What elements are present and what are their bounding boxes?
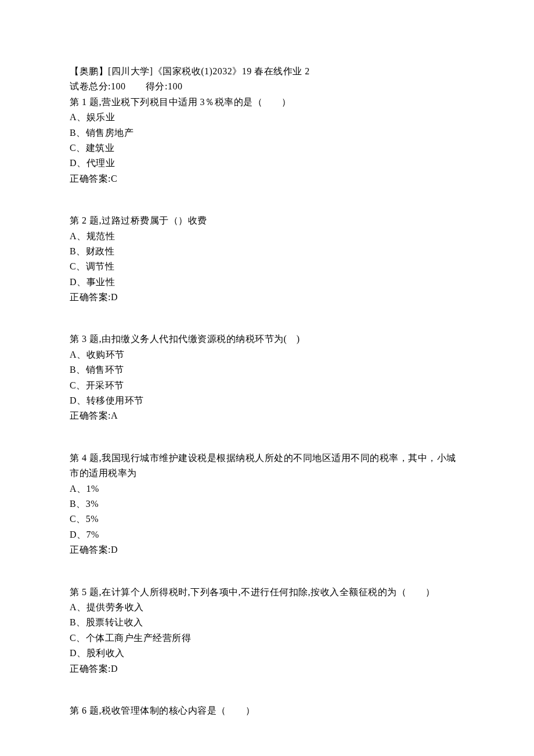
correct-answer: 正确答案:C (70, 171, 464, 186)
score-line: 试卷总分:100 得分:100 (70, 79, 464, 94)
option-b: B、财政性 (70, 244, 464, 259)
correct-answer: 正确答案:A (70, 408, 464, 423)
question-block: 第 2 题,过路过桥费属于（）收费 A、规范性 B、财政性 C、调节性 D、事业… (70, 213, 464, 305)
option-b: B、销售环节 (70, 362, 464, 377)
option-a: A、收购环节 (70, 347, 464, 362)
question-prompt: 第 3 题,由扣缴义务人代扣代缴资源税的纳税环节为( ) (70, 332, 464, 347)
document-title: 【奥鹏】[四川大学]《国家税收(1)2032》19 春在线作业 2 (70, 64, 464, 79)
option-b: B、股票转让收入 (70, 615, 464, 630)
total-score-label: 试卷总分:100 (70, 79, 125, 94)
question-prompt: 第 1 题,营业税下列税目中适用 3％税率的是（ ） (70, 95, 464, 110)
option-c: C、个体工商户生产经营所得 (70, 631, 464, 646)
question-block: 第 6 题,税收管理体制的核心内容是（ ） (70, 703, 464, 718)
option-c: C、建筑业 (70, 141, 464, 156)
question-block: 第 1 题,营业税下列税目中适用 3％税率的是（ ） A、娱乐业 B、销售房地产… (70, 95, 464, 186)
option-c: C、调节性 (70, 259, 464, 274)
question-block: 第 4 题,我国现行城市维护建设税是根据纳税人所处的不同地区适用不同的税率，其中… (70, 451, 464, 558)
option-d: D、代理业 (70, 156, 464, 171)
correct-answer: 正确答案:D (70, 661, 464, 676)
option-d: D、7% (70, 527, 464, 542)
question-prompt: 第 4 题,我国现行城市维护建设税是根据纳税人所处的不同地区适用不同的税率，其中… (70, 451, 464, 481)
score-label: 得分:100 (146, 79, 182, 94)
option-a: A、提供劳务收入 (70, 600, 464, 615)
question-prompt: 第 6 题,税收管理体制的核心内容是（ ） (70, 703, 464, 718)
question-prompt: 第 2 题,过路过桥费属于（）收费 (70, 213, 464, 228)
option-a: A、娱乐业 (70, 110, 464, 125)
option-d: D、事业性 (70, 275, 464, 290)
option-d: D、股利收入 (70, 646, 464, 661)
question-block: 第 5 题,在计算个人所得税时,下列各项中,不进行任何扣除,按收入全额征税的为（… (70, 585, 464, 676)
option-a: A、规范性 (70, 229, 464, 244)
question-block: 第 3 题,由扣缴义务人代扣代缴资源税的纳税环节为( ) A、收购环节 B、销售… (70, 332, 464, 423)
question-prompt: 第 5 题,在计算个人所得税时,下列各项中,不进行任何扣除,按收入全额征税的为（… (70, 585, 464, 600)
correct-answer: 正确答案:D (70, 542, 464, 557)
option-b: B、销售房地产 (70, 125, 464, 141)
option-d: D、转移使用环节 (70, 393, 464, 408)
correct-answer: 正确答案:D (70, 290, 464, 305)
option-b: B、3% (70, 496, 464, 512)
option-c: C、开采环节 (70, 378, 464, 393)
option-a: A、1% (70, 481, 464, 496)
option-c: C、5% (70, 512, 464, 527)
